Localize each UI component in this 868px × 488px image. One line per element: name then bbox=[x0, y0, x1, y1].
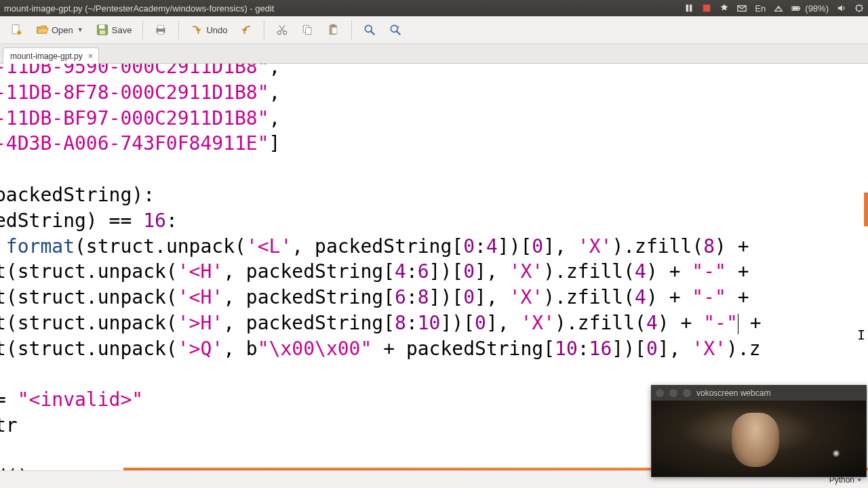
toolbar-separator bbox=[264, 20, 264, 39]
new-button[interactable] bbox=[5, 20, 27, 39]
svg-rect-22 bbox=[332, 28, 338, 34]
svg-rect-1 bbox=[690, 5, 692, 12]
sync-indicator[interactable] bbox=[719, 3, 729, 13]
cut-button[interactable] bbox=[271, 20, 293, 39]
toolbar-separator bbox=[178, 20, 179, 39]
find-replace-button[interactable] bbox=[384, 20, 406, 39]
window-title: mount-image-gpt.py (~/PentesterAcademy/w… bbox=[4, 3, 274, 14]
svg-rect-12 bbox=[100, 30, 105, 35]
svg-rect-21 bbox=[332, 24, 335, 26]
svg-rect-14 bbox=[158, 25, 163, 28]
record-indicator[interactable] bbox=[702, 3, 711, 13]
tab-close-icon[interactable]: × bbox=[88, 51, 94, 61]
svg-rect-11 bbox=[99, 25, 104, 29]
tab-file[interactable]: mount-image-gpt.py × bbox=[3, 47, 99, 64]
toolbar-separator bbox=[142, 20, 143, 39]
window-titlebar: mount-image-gpt.py (~/PentesterAcademy/w… bbox=[0, 0, 868, 16]
undo-label: Undo bbox=[206, 25, 227, 35]
open-button[interactable]: Open ▼ bbox=[31, 20, 87, 39]
svg-rect-0 bbox=[686, 5, 689, 12]
svg-rect-19 bbox=[306, 28, 311, 35]
open-dropdown-icon[interactable]: ▼ bbox=[77, 26, 83, 33]
print-button[interactable] bbox=[150, 20, 172, 39]
text-cursor-icon: I bbox=[857, 327, 865, 343]
code-content: -11DB-9590-000C2911D1B8", -11DB-8F78-000… bbox=[0, 64, 762, 470]
redo-button[interactable] bbox=[235, 20, 257, 39]
svg-rect-5 bbox=[793, 7, 799, 9]
webcam-window[interactable]: vokoscreen webcam bbox=[651, 385, 867, 477]
find-button[interactable] bbox=[359, 20, 380, 39]
tab-bar: mount-image-gpt.py × bbox=[0, 44, 868, 64]
tab-label: mount-image-gpt.py bbox=[10, 52, 83, 61]
copy-button[interactable] bbox=[297, 20, 319, 39]
network-indicator[interactable] bbox=[774, 3, 783, 13]
save-button[interactable]: Save bbox=[92, 20, 136, 39]
open-label: Open bbox=[52, 25, 73, 35]
toolbar-separator bbox=[351, 20, 352, 39]
save-label: Save bbox=[112, 25, 132, 35]
svg-rect-2 bbox=[703, 5, 711, 12]
webcam-title-label: vokoscreen webcam bbox=[696, 388, 770, 398]
system-indicator[interactable] bbox=[854, 3, 864, 13]
volume-indicator[interactable] bbox=[837, 3, 846, 13]
webcam-close-icon[interactable] bbox=[656, 389, 664, 397]
battery-indicator[interactable]: (98%) bbox=[791, 3, 829, 14]
svg-rect-15 bbox=[158, 32, 163, 35]
webcam-min-icon[interactable] bbox=[669, 389, 677, 397]
toolbar: Open ▼ Save Undo bbox=[0, 16, 868, 44]
undo-button[interactable]: Undo bbox=[186, 20, 231, 39]
media-pause-indicator[interactable] bbox=[684, 3, 694, 13]
keyboard-lang-indicator[interactable]: En bbox=[755, 3, 766, 14]
chevron-down-icon: ▾ bbox=[858, 476, 861, 483]
scrollbar-thumb[interactable] bbox=[864, 192, 868, 226]
webcam-video bbox=[652, 401, 866, 476]
webcam-max-icon[interactable] bbox=[683, 389, 691, 397]
paste-button[interactable] bbox=[323, 20, 344, 39]
mail-indicator[interactable] bbox=[737, 3, 747, 13]
svg-rect-6 bbox=[800, 7, 801, 9]
webcam-titlebar[interactable]: vokoscreen webcam bbox=[652, 386, 866, 401]
